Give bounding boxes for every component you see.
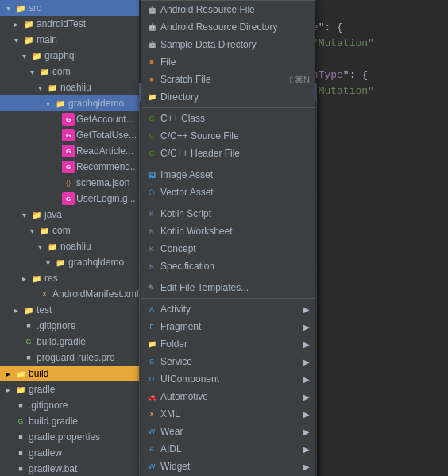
- menu-divider: [141, 107, 315, 108]
- menu-divider: [141, 164, 315, 164]
- submenu-item-scratchfile[interactable]: ■ Scratch File ⇧⌘N: [141, 71, 315, 88]
- tree-item-readarticle[interactable]: G ReadArticle...: [0, 143, 139, 159]
- menu-divider: [141, 298, 315, 299]
- submenu-item-aidl[interactable]: A AIDL ▶: [141, 440, 315, 458]
- expand-arrow: ▸: [14, 306, 22, 315]
- tree-item-userlogin[interactable]: G UserLogin.g...: [0, 191, 139, 207]
- tree-item-buildgradle[interactable]: G build.gradle: [0, 334, 139, 350]
- expand-arrow: ▾: [22, 211, 30, 219]
- submenu-item-xml[interactable]: X XML ▶: [141, 405, 315, 423]
- submenu-arrow: ▶: [303, 462, 310, 471]
- submenu-item-file[interactable]: ■ File: [141, 53, 315, 71]
- tree-item-gradlewbat[interactable]: ■ gradlew.bat: [0, 461, 139, 476]
- expand-arrow: ▾: [6, 4, 14, 13]
- tree-item-noahliu2[interactable]: ▾ 📁 noahliu: [0, 238, 139, 254]
- tree-item-gettotaluse[interactable]: G GetTotalUse...: [0, 127, 139, 143]
- cpp-icon: C: [146, 113, 157, 124]
- tree-item-gradleprop[interactable]: ■ gradle.properties: [0, 429, 139, 445]
- tree-item-proguard[interactable]: ■ proguard-rules.pro: [0, 350, 139, 366]
- submenu-item-widget[interactable]: W Widget ▶: [141, 458, 315, 475]
- tree-item-main[interactable]: ▾ 📁 main: [0, 32, 139, 48]
- tree-item-noahliu[interactable]: ▾ 📁 noahliu: [0, 79, 139, 95]
- expand-arrow: ▾: [30, 68, 38, 76]
- submenu-item-folder[interactable]: 📁 Folder ▶: [141, 335, 315, 353]
- scratch-icon: ■: [146, 74, 157, 85]
- submenu-item-kotlinworksheet[interactable]: K Kotlin Worksheet: [141, 223, 315, 240]
- submenu-item-activity[interactable]: A Activity ▶: [141, 300, 315, 318]
- expand-arrow: ▸: [14, 20, 22, 29]
- submenu-item-cppclass[interactable]: C C++ Class: [141, 110, 315, 127]
- expand-arrow: ▾: [22, 52, 30, 60]
- image-icon: 🖼: [146, 169, 157, 180]
- tree-item-manifest[interactable]: X AndroidManifest.xml: [0, 286, 139, 302]
- folder-icon: 📁: [54, 97, 67, 110]
- widget-icon: W: [146, 461, 157, 472]
- tree-item-graphql[interactable]: ▾ 📁 graphql: [0, 48, 139, 64]
- submenu-item-automotive[interactable]: 🚗 Automotive ▶: [141, 388, 315, 405]
- submenu-arrow: ▶: [303, 428, 310, 436]
- submenu-arrow: ▶: [303, 445, 310, 454]
- tree-item-gitignore[interactable]: ■ .gitignore: [0, 318, 139, 334]
- file-icon: ■: [22, 319, 35, 332]
- tree-item-gradlew[interactable]: ■ gradlew: [0, 445, 139, 461]
- graphql-icon: G: [62, 145, 75, 157]
- submenu-item-androidresdir[interactable]: 🤖 Android Resource Directory: [141, 18, 315, 36]
- edit-icon: ✎: [146, 282, 157, 293]
- submenu-item-uicomponent[interactable]: U UIComponent ▶: [141, 370, 315, 388]
- tree-item-buildgradle2[interactable]: G build.gradle: [0, 413, 139, 429]
- tree-item-gitignore2[interactable]: ■ .gitignore: [0, 397, 139, 413]
- graphql-icon: G: [62, 192, 75, 205]
- tree-item-com2[interactable]: ▾ 📁 com: [0, 223, 139, 238]
- folder-icon: 📁: [146, 339, 157, 350]
- graphql-icon: G: [62, 113, 75, 126]
- tree-item-res[interactable]: ▸ 📁 res: [0, 270, 139, 286]
- folder-icon: 📁: [54, 256, 67, 269]
- expand-arrow: ▾: [14, 36, 22, 45]
- submenu-item-sampledatadir[interactable]: 🤖 Sample Data Directory: [141, 36, 315, 53]
- submenu-item-directory[interactable]: 📁 Directory: [141, 88, 315, 106]
- submenu-item-androidresfile[interactable]: 🤖 Android Resource File: [141, 1, 315, 18]
- android-icon: 🤖: [146, 4, 157, 15]
- tree-item-java[interactable]: ▾ 📁 java: [0, 207, 139, 223]
- expand-arrow: ▾: [38, 83, 46, 92]
- submenu-item-imageasset[interactable]: 🖼 Image Asset: [141, 166, 315, 184]
- tree-item-schema[interactable]: {} schema.json: [0, 175, 139, 191]
- xml-icon: X: [146, 408, 157, 420]
- file-icon: ■: [14, 431, 27, 443]
- submenu-item-specification[interactable]: K Specification: [141, 257, 315, 275]
- submenu-arrow: ▶: [303, 393, 310, 401]
- tree-item-recommend[interactable]: G Recommend...: [0, 159, 139, 175]
- submenu-item-cppsource[interactable]: C C/C++ Source File: [141, 127, 315, 145]
- tree-item-graphqldemo2[interactable]: ▾ 📁 graphqldemo: [0, 254, 139, 270]
- expand-arrow: ▾: [30, 226, 38, 235]
- submenu-item-editfiletemplates[interactable]: ✎ Edit File Templates...: [141, 279, 315, 296]
- submenu-arrow: ▶: [303, 340, 310, 349]
- activity-icon: A: [146, 304, 157, 315]
- folder-icon: 📁: [30, 272, 43, 284]
- file-tree: ▾ 📁 src ▸ 📁 androidTest ▾ 📁 main ▾ 📁 gra…: [0, 0, 139, 476]
- folder-icon: 📁: [22, 17, 35, 30]
- tree-item-getaccount[interactable]: G GetAccount...: [0, 111, 139, 127]
- tree-item-androidtest[interactable]: ▸ 📁 androidTest: [0, 16, 139, 32]
- folder-icon: 📁: [22, 304, 35, 316]
- android-icon: 🤖: [146, 39, 157, 50]
- folder-icon: 📁: [38, 224, 51, 237]
- tree-item-graphqldemo[interactable]: ▾ 📁 graphqldemo: [0, 95, 139, 111]
- cpp-icon: C: [146, 130, 157, 141]
- submenu-item-kotlinscript[interactable]: K Kotlin Script: [141, 205, 315, 223]
- submenu-arrow: ▶: [303, 410, 310, 419]
- submenu-arrow: ▶: [303, 358, 310, 366]
- tree-item-build[interactable]: ▸ 📁 build: [0, 366, 139, 381]
- tree-item-src[interactable]: ▾ 📁 src: [0, 0, 139, 16]
- tree-item-com[interactable]: ▾ 📁 com: [0, 64, 139, 79]
- tree-item-gradle[interactable]: ▸ 📁 gradle: [0, 381, 139, 397]
- submenu-item-wear[interactable]: W Wear ▶: [141, 423, 315, 440]
- submenu-item-fragment[interactable]: F Fragment ▶: [141, 318, 315, 335]
- submenu-item-cppheader[interactable]: C C/C++ Header File: [141, 145, 315, 162]
- tree-item-test[interactable]: ▸ 📁 test: [0, 302, 139, 318]
- folder-icon: 📁: [46, 240, 59, 253]
- submenu-item-vectorasset[interactable]: ⬡ Vector Asset: [141, 184, 315, 201]
- file-icon: ■: [14, 447, 27, 459]
- submenu-item-service[interactable]: S Service ▶: [141, 353, 315, 370]
- submenu-item-concept[interactable]: K Concept: [141, 240, 315, 257]
